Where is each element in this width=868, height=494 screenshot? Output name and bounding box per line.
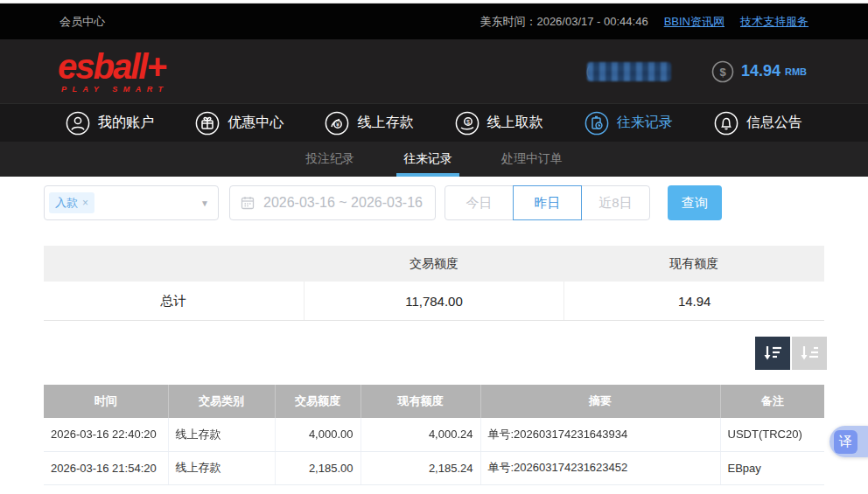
- chevron-down-icon: ▼: [200, 198, 209, 208]
- wallet-balance[interactable]: $ 14.94 RMB: [711, 60, 807, 83]
- col-header-note[interactable]: 备注: [720, 385, 824, 418]
- brand-header: esball+ PLAY SMART ( $ 14.94 RMB: [0, 39, 868, 103]
- table-header-row: 时间 交易类别 交易额度 现有额度 摘要 备注: [44, 385, 824, 418]
- type-tag: 入款 ×: [49, 192, 94, 213]
- summary-current-total: 14.94: [564, 282, 824, 320]
- summary-transaction-total: 11,784.00: [304, 282, 565, 320]
- today-button[interactable]: 今日: [444, 185, 514, 220]
- translate-icon: 译: [834, 430, 858, 454]
- bell-icon: [714, 111, 738, 136]
- transaction-type-select[interactable]: 入款 × ▼: [44, 185, 219, 220]
- tab-bet-records[interactable]: 投注纪录: [304, 142, 356, 177]
- cell-note: USDT(TRC20): [720, 418, 824, 451]
- username-display[interactable]: (: [586, 62, 671, 81]
- filter-row: 入款 × ▼ 2026-03-16 ~ 2026-03-16 今日 昨日 近8日…: [44, 184, 868, 221]
- summary-header-transaction: 交易额度: [304, 246, 564, 282]
- sort-descending-icon: [763, 344, 782, 363]
- nav-promotions[interactable]: 优惠中心: [195, 111, 284, 136]
- user-icon: [66, 111, 90, 136]
- calendar-icon: [241, 196, 255, 210]
- sort-controls: [0, 337, 827, 370]
- table-row[interactable]: 2026-03-16 21:54:20 线上存款 2,185.00 2,185.…: [44, 451, 824, 484]
- summary-header: 交易额度 现有额度: [44, 246, 824, 282]
- balance-amount: 14.94: [741, 62, 780, 80]
- date-range-input[interactable]: 2026-03-16 ~ 2026-03-16: [229, 185, 436, 220]
- summary-total-label: 总计: [44, 282, 304, 320]
- col-header-summary[interactable]: 摘要: [480, 385, 720, 418]
- tab-pending-orders[interactable]: 处理中订单: [500, 142, 564, 177]
- esball-logo[interactable]: esball+ PLAY SMART: [58, 49, 169, 94]
- balance-currency: RMB: [785, 66, 807, 77]
- topbar: 会员中心 美东时间：2026/03/17 - 00:44:46 BBIN资讯网 …: [0, 3, 868, 39]
- nav-announcements[interactable]: 信息公告: [714, 111, 802, 136]
- nav-deposit[interactable]: ¥ 线上存款: [325, 111, 413, 136]
- records-icon: [584, 111, 609, 136]
- nav-transaction-records[interactable]: 往来记录: [584, 111, 673, 136]
- transactions-table: 时间 交易类别 交易额度 现有额度 摘要 备注 2026-03-16 22:40…: [44, 385, 824, 485]
- col-header-amount[interactable]: 交易额度: [275, 385, 360, 418]
- summary-header-empty: [44, 246, 304, 282]
- col-header-balance[interactable]: 现有额度: [360, 385, 480, 418]
- translate-button[interactable]: 译: [830, 426, 868, 457]
- server-time: 美东时间：2026/03/17 - 00:44:46: [480, 14, 648, 30]
- username-redacted: [587, 62, 671, 81]
- summary-total-row: 总计 11,784.00 14.94: [44, 282, 824, 321]
- sub-navigation: 投注纪录 往来记录 处理中订单: [0, 142, 868, 177]
- svg-text:$: $: [719, 66, 726, 79]
- logo-tagline: PLAY SMART: [61, 86, 169, 94]
- sort-ascending-icon: [800, 344, 819, 363]
- summary-table: 交易额度 现有额度 总计 11,784.00 14.94: [44, 246, 824, 321]
- tab-transaction-records[interactable]: 往来记录: [402, 142, 454, 177]
- table-row[interactable]: 2026-03-16 22:40:20 线上存款 4,000.00 4,000.…: [44, 418, 824, 451]
- sort-ascending-button[interactable]: [792, 337, 827, 370]
- col-header-time[interactable]: 时间: [44, 385, 168, 418]
- cell-note: EBpay: [720, 451, 824, 484]
- cell-balance: 2,185.24: [360, 451, 480, 484]
- cell-summary: 单号:202603174231643934: [480, 418, 720, 451]
- cell-summary: 单号:202603174231623452: [480, 451, 720, 484]
- nav-my-account[interactable]: 我的账户: [66, 111, 154, 136]
- cell-time: 2026-03-16 21:54:20: [44, 451, 168, 484]
- summary-header-current: 现有额度: [564, 246, 824, 282]
- dollar-circle-icon: $: [711, 60, 734, 83]
- sort-descending-button[interactable]: [755, 337, 790, 370]
- date-range-value: 2026-03-16 ~ 2026-03-16: [263, 195, 423, 211]
- tech-support-link[interactable]: 技术支持服务: [740, 14, 808, 30]
- main-navigation: 我的账户 优惠中心 ¥ 线上存款 $ 线上取款 往来记录: [0, 103, 868, 142]
- tag-remove-icon[interactable]: ×: [82, 197, 88, 209]
- svg-text:$: $: [466, 119, 470, 125]
- quick-date-buttons: 今日 昨日 近8日: [444, 185, 650, 220]
- cell-type: 线上存款: [168, 451, 275, 484]
- member-center-label[interactable]: 会员中心: [60, 14, 105, 30]
- col-header-type[interactable]: 交易类别: [168, 385, 275, 418]
- search-button[interactable]: 查询: [668, 185, 722, 220]
- cell-time: 2026-03-16 22:40:20: [44, 418, 168, 451]
- bbin-news-link[interactable]: BBIN资讯网: [664, 14, 724, 30]
- logo-text: esball+: [58, 49, 169, 84]
- last-8-days-button[interactable]: 近8日: [581, 185, 650, 220]
- gift-icon: [195, 111, 220, 136]
- yesterday-button[interactable]: 昨日: [513, 185, 582, 220]
- deposit-icon: ¥: [325, 111, 349, 136]
- cell-amount: 2,185.00: [275, 451, 360, 484]
- cell-amount: 4,000.00: [275, 418, 360, 451]
- cell-balance: 4,000.24: [360, 418, 480, 451]
- nav-withdraw[interactable]: $ 线上取款: [455, 111, 543, 136]
- svg-text:¥: ¥: [336, 122, 340, 128]
- main-content: 入款 × ▼ 2026-03-16 ~ 2026-03-16 今日 昨日 近8日…: [0, 184, 868, 485]
- cell-type: 线上存款: [168, 418, 275, 451]
- withdraw-icon: $: [455, 111, 480, 136]
